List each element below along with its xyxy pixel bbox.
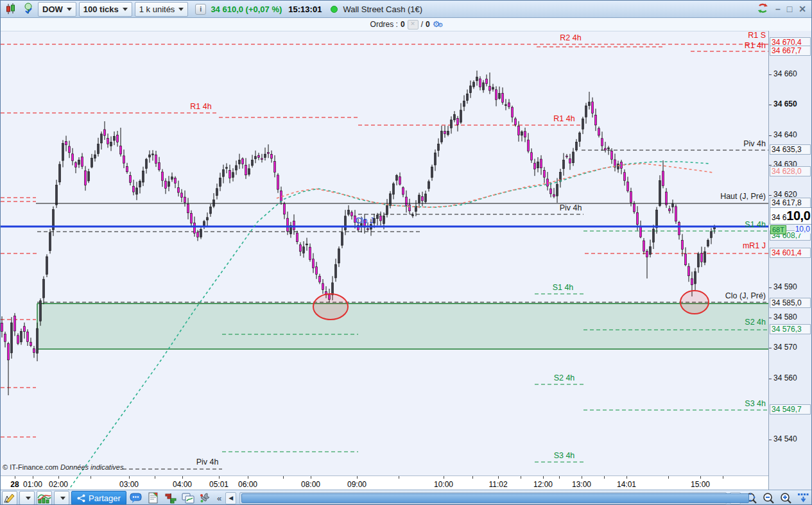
trading-app-window: DOW 100 ticks 1 k unités i 34 610,0 (+0,… <box>0 0 812 505</box>
price-level-box: 34 549,7 <box>770 404 811 415</box>
price-tick-mark <box>769 165 772 166</box>
price-tick-mark <box>769 74 772 75</box>
info-icon[interactable]: i <box>193 2 208 17</box>
candlestick-chart-icon[interactable] <box>3 2 19 17</box>
time-tick-label: 03:00 <box>119 480 139 489</box>
orderbook-button[interactable] <box>163 491 178 505</box>
level-label: S1 4h <box>745 220 766 229</box>
price-level-box: 34 667,7 <box>770 46 811 56</box>
price-tick-label: 34 540 <box>773 434 797 443</box>
price-tick-mark <box>769 348 772 348</box>
level-label: S2 4h <box>745 318 766 327</box>
price-tick-mark <box>769 287 772 288</box>
news-button[interactable] <box>146 491 161 505</box>
scrollbar-thumb[interactable] <box>241 493 749 503</box>
current-price-box: 34 610,0 <box>770 207 812 225</box>
level-label: Piv 4h <box>560 203 582 212</box>
price-tick-label: 34 660 <box>773 69 797 78</box>
level-label: S1 4h <box>553 283 574 292</box>
last-time: 15:13:01 <box>288 4 322 14</box>
resolution-dropdown[interactable]: 100 ticks <box>79 2 132 17</box>
level-label: R1 4h <box>745 41 766 50</box>
minimize-button[interactable]: – <box>775 4 781 14</box>
time-tick-label: 28 <box>10 480 19 489</box>
price-tick-label: 34 650 <box>773 99 797 108</box>
time-tick-mark <box>582 476 582 479</box>
price-tick-label: 34 560 <box>773 373 797 382</box>
time-tick-mark <box>399 476 399 479</box>
price-tick-mark <box>769 379 772 379</box>
price-level-box: 34 617,8 <box>770 198 811 208</box>
share-label: Partager <box>89 493 121 503</box>
zoom-out-button[interactable] <box>761 491 777 505</box>
time-tick-mark <box>15 476 15 479</box>
time-tick-mark <box>311 476 311 479</box>
time-tick-mark <box>182 476 183 479</box>
orders-pending-count: 0 <box>426 20 430 29</box>
level-label: Haut (J, Pré) <box>720 192 766 201</box>
chevron-down-icon <box>123 8 128 11</box>
time-tick-label: 08:00 <box>301 480 320 489</box>
candles-layer <box>1 71 716 395</box>
time-tick-mark <box>357 476 358 479</box>
draw-tool-button[interactable] <box>2 491 17 505</box>
price-level-box: 34 628,0 <box>770 166 811 176</box>
time-tick-mark <box>58 476 59 479</box>
price-tick-mark <box>769 135 772 136</box>
time-tick-label: 10:00 <box>434 480 453 489</box>
level-label: S3 4h <box>745 399 766 408</box>
price-level-box: 34 585,0 <box>770 298 811 308</box>
price-tick-mark <box>769 105 772 105</box>
time-tick-mark <box>219 476 220 479</box>
level-label: Clo J <box>356 216 374 225</box>
maximize-button[interactable]: □ <box>787 4 792 14</box>
highlight-ellipse <box>680 291 709 314</box>
chart-scrollbar[interactable] <box>239 492 727 504</box>
orders-bar: Ordres : 0 ✕ / 0 ⚙⚙ <box>1 18 812 31</box>
market-name: Wall Street Cash (1€) <box>343 4 422 14</box>
close-button[interactable]: ✕ <box>799 4 806 14</box>
zoom-in-button[interactable] <box>779 491 794 505</box>
level-label: R1 4h <box>190 102 211 111</box>
level-label: R2 4h <box>560 33 581 42</box>
indicators-button[interactable] <box>37 491 52 505</box>
orders-settings-gear-icon[interactable]: ⚙⚙ <box>433 20 444 30</box>
chat-button[interactable] <box>128 491 144 505</box>
share-button[interactable]: Partager <box>71 491 126 505</box>
position-pin-icon[interactable] <box>21 2 35 17</box>
close-line-value: 10,0 <box>795 225 811 234</box>
last-price: 34 610,0 (+0,07 %) <box>211 4 282 14</box>
workspace-windows-button[interactable] <box>180 491 196 505</box>
time-tick-label: 14:01 <box>617 480 636 489</box>
level-label: S3 4h <box>554 451 575 460</box>
indicators-dropdown[interactable] <box>54 491 69 505</box>
orders-label: Ordres : <box>370 20 398 29</box>
time-tick-mark <box>444 476 444 479</box>
price-tick-mark <box>769 318 772 318</box>
time-tick-mark <box>668 476 669 479</box>
time-tick-mark <box>604 476 605 479</box>
candlestick-chart: R2 4hR1 SR1 4hR1 4hR1 4hPiv 4hHaut (J, P… <box>1 31 768 490</box>
price-tick-label: 34 640 <box>773 130 797 139</box>
draw-tool-dropdown[interactable] <box>19 491 35 505</box>
price-tick-label: 34 590 <box>773 282 797 291</box>
time-tick-mark <box>91 476 91 479</box>
symbol-dropdown[interactable]: DOW <box>38 2 76 17</box>
panel-toggle-button[interactable] <box>796 491 811 505</box>
units-dropdown[interactable]: 1 k unités <box>135 2 189 17</box>
chevron-down-icon <box>178 8 184 11</box>
sync-icon[interactable] <box>757 3 769 16</box>
price-axis[interactable]: 34 66034 65034 64034 63034 62034 59034 5… <box>768 31 812 490</box>
highlight-ellipse <box>313 294 348 320</box>
bottom-toolbar: Partager « ◀ ▶ <box>1 490 812 505</box>
price-level-box: 34 576,3 <box>770 324 811 334</box>
toolbar-collapse-button[interactable]: « <box>215 493 223 503</box>
scroll-left-button[interactable]: ◀ <box>225 492 236 504</box>
time-axis[interactable]: 2801:0002:0003:0004:0005:0106:0008:0009:… <box>1 475 768 490</box>
tick-count-badge: 68T <box>770 225 786 234</box>
chevron-down-icon <box>67 8 72 11</box>
tools-wrench-button[interactable] <box>198 491 213 505</box>
chart-plot-area[interactable]: 2801:0002:0003:0004:0005:0106:0008:0009:… <box>1 31 768 490</box>
time-tick-label: 15:00 <box>691 480 710 489</box>
time-tick-mark <box>33 476 33 479</box>
